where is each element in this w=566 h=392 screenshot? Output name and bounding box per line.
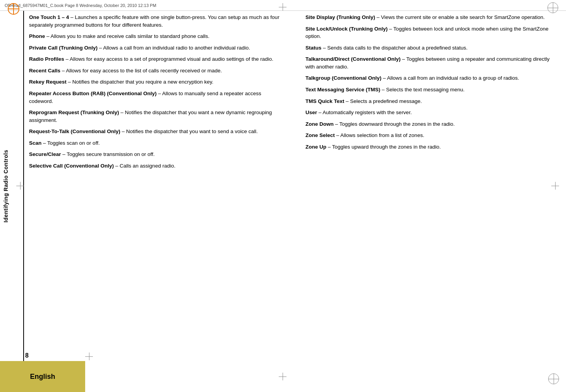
entry-separator: – xyxy=(61,151,67,157)
right-entry-3: Talkaround/Direct (Conventional Only) – … xyxy=(305,55,558,70)
entry-body: Automatically registers with the server. xyxy=(322,110,412,115)
right-entry-1: Site Lock/Unlock (Trunking Only) – Toggl… xyxy=(305,25,558,40)
side-label-container: Identifying Radio Controls xyxy=(0,11,12,361)
right-column: Site Display (Trunking Only) – Views the… xyxy=(305,14,558,359)
entry-title: Zone Down xyxy=(305,121,334,127)
entry-title: Phone xyxy=(29,33,45,39)
entry-title: Scan xyxy=(29,140,41,146)
entry-title: User xyxy=(305,110,317,115)
entry-title: TMS Quick Text xyxy=(305,98,344,104)
entry-body: Views the current site or enable a site … xyxy=(381,14,545,20)
entry-title: Rekey Request xyxy=(29,79,67,85)
entry-body: Toggles scan on or off. xyxy=(47,140,100,146)
entry-title: Private Call (Trunking Only) xyxy=(29,45,98,51)
entry-body: Allows for easy access to the list of ca… xyxy=(66,68,222,74)
entry-separator: – xyxy=(119,110,125,115)
left-entry-4: Recent Calls – Allows for easy access to… xyxy=(29,67,282,75)
entry-separator: – xyxy=(114,163,120,169)
left-entry-9: Scan – Toggles scan on or off. xyxy=(29,139,282,147)
left-entry-0: One Touch 1 – 4 – Launches a specific fe… xyxy=(29,14,282,29)
entry-title: Reprogram Request (Trunking Only) xyxy=(29,110,119,115)
entry-body: Notifies the dispatcher that you require… xyxy=(72,79,213,85)
language-label: English xyxy=(0,361,85,392)
right-entry-2: Status – Sends data calls to the dispatc… xyxy=(305,44,558,52)
entry-body: Calls an assigned radio. xyxy=(120,163,175,169)
entry-separator: – xyxy=(45,33,50,39)
entry-separator: – xyxy=(334,121,340,127)
entry-body: Allows a call from an individual radio t… xyxy=(387,75,519,81)
entry-title: Zone Up xyxy=(305,144,326,150)
entry-body: Toggles upward through the zones in the … xyxy=(332,144,441,150)
entry-body: Allows selection from a list of zones. xyxy=(340,132,424,138)
right-entry-8: Zone Down – Toggles downward through the… xyxy=(305,120,558,128)
page-number: 8 xyxy=(25,352,29,359)
side-label-text: Identifying Radio Controls xyxy=(3,150,9,223)
left-column: One Touch 1 – 4 – Launches a specific fe… xyxy=(29,14,282,359)
entry-separator: – xyxy=(335,132,340,138)
left-entry-2: Private Call (Trunking Only) – Allows a … xyxy=(29,44,282,52)
language-label-text: English xyxy=(30,373,55,381)
right-entry-5: Text Messaging Service (TMS) – Selects t… xyxy=(305,86,558,94)
entry-separator: – xyxy=(401,56,406,62)
entry-separator: – xyxy=(317,110,322,115)
entry-separator: – xyxy=(98,45,103,51)
column-divider xyxy=(293,14,294,359)
entry-separator: – xyxy=(157,91,162,96)
right-entry-9: Zone Select – Allows selection from a li… xyxy=(305,132,558,139)
left-entry-11: Selective Call (Conventional Only) – Cal… xyxy=(29,162,282,170)
entry-title: Recent Calls xyxy=(29,68,60,74)
entry-separator: – xyxy=(344,98,350,104)
entry-body: Allows you to make and receive calls sim… xyxy=(51,33,209,39)
entry-separator: – xyxy=(120,128,126,134)
entry-title: Talkaround/Direct (Conventional Only) xyxy=(305,56,401,62)
bottom-right-crosshair xyxy=(548,373,559,384)
entry-title: Text Messaging Service (TMS) xyxy=(305,87,380,92)
entry-body: Sends data calls to the dispatcher about… xyxy=(327,45,468,51)
entry-separator: – xyxy=(326,144,332,150)
entry-title: Radio Profiles xyxy=(29,56,64,62)
entry-title: One Touch 1 – 4 xyxy=(29,14,69,20)
entry-separator: – xyxy=(388,26,393,32)
entry-separator: – xyxy=(321,45,327,51)
entry-title: Status xyxy=(305,45,321,51)
left-entry-6: Repeater Access Button (RAB) (Convention… xyxy=(29,90,282,105)
entry-separator: – xyxy=(380,87,386,92)
top-center-crosshair xyxy=(279,3,286,11)
entry-body: Notifies the dispatcher that you want to… xyxy=(126,128,258,134)
entry-separator: – xyxy=(67,79,72,85)
entry-separator: – xyxy=(64,56,70,62)
left-entry-3: Radio Profiles – Allows for easy access … xyxy=(29,55,282,63)
entry-body: Toggles downward through the zones in th… xyxy=(340,121,455,127)
right-entry-10: Zone Up – Toggles upward through the zon… xyxy=(305,143,558,151)
entry-body: Selects the text messaging menu. xyxy=(386,87,465,92)
right-entry-0: Site Display (Trunking Only) – Views the… xyxy=(305,14,558,21)
left-entry-10: Secure/Clear – Toggles secure transmissi… xyxy=(29,151,282,158)
entry-title: Zone Select xyxy=(305,132,335,138)
entry-title: Talkgroup (Conventional Only) xyxy=(305,75,381,81)
entry-title: Site Lock/Unlock (Trunking Only) xyxy=(305,26,388,32)
left-entry-8: Request-To-Talk (Conventional Only) – No… xyxy=(29,128,282,135)
top-right-crosshair xyxy=(547,2,558,13)
entry-body: Allows for easy access to a set of prepr… xyxy=(70,56,273,62)
left-entry-7: Reprogram Request (Trunking Only) – Noti… xyxy=(29,109,282,124)
entry-body: Selects a predefined message. xyxy=(350,98,422,104)
main-content: One Touch 1 – 4 – Launches a specific fe… xyxy=(29,14,558,359)
entry-title: Secure/Clear xyxy=(29,151,61,157)
left-entry-5: Rekey Request – Notifies the dispatcher … xyxy=(29,78,282,86)
entry-title: Request-To-Talk (Conventional Only) xyxy=(29,128,120,134)
right-entry-7: User – Automatically registers with the … xyxy=(305,109,558,116)
right-entry-4: Talkgroup (Conventional Only) – Allows a… xyxy=(305,74,558,82)
entry-body: Toggles secure transmission on or off. xyxy=(67,151,154,157)
entry-title: Repeater Access Button (RAB) (Convention… xyxy=(29,91,157,96)
header-text: O5Head_6875947M01_C.book Page 8 Wednesda… xyxy=(5,3,156,8)
entry-separator: – xyxy=(375,14,381,20)
entry-separator: – xyxy=(60,68,66,74)
entry-title: Selective Call (Conventional Only) xyxy=(29,163,114,169)
right-entry-6: TMS Quick Text – Selects a predefined me… xyxy=(305,98,558,105)
entry-separator: – xyxy=(69,14,75,20)
bottom-center-crosshair xyxy=(279,373,286,380)
entry-separator: – xyxy=(381,75,387,81)
entry-body: Allows a call from an individual radio t… xyxy=(103,45,250,51)
left-entry-1: Phone – Allows you to make and receive c… xyxy=(29,33,282,40)
left-mid-crosshair xyxy=(16,182,24,190)
